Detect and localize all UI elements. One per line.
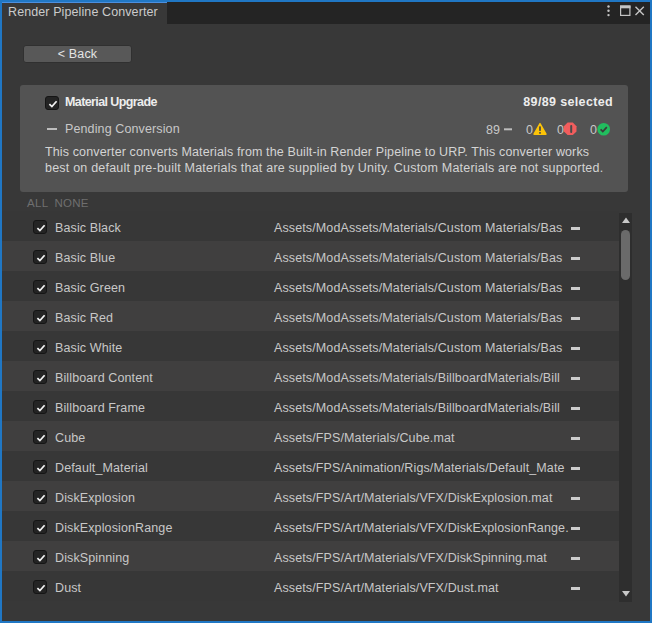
svg-text:89: 89 (486, 123, 500, 137)
svg-text:0: 0 (590, 123, 597, 137)
svg-text:0: 0 (526, 123, 533, 137)
svg-text:0: 0 (557, 123, 564, 137)
